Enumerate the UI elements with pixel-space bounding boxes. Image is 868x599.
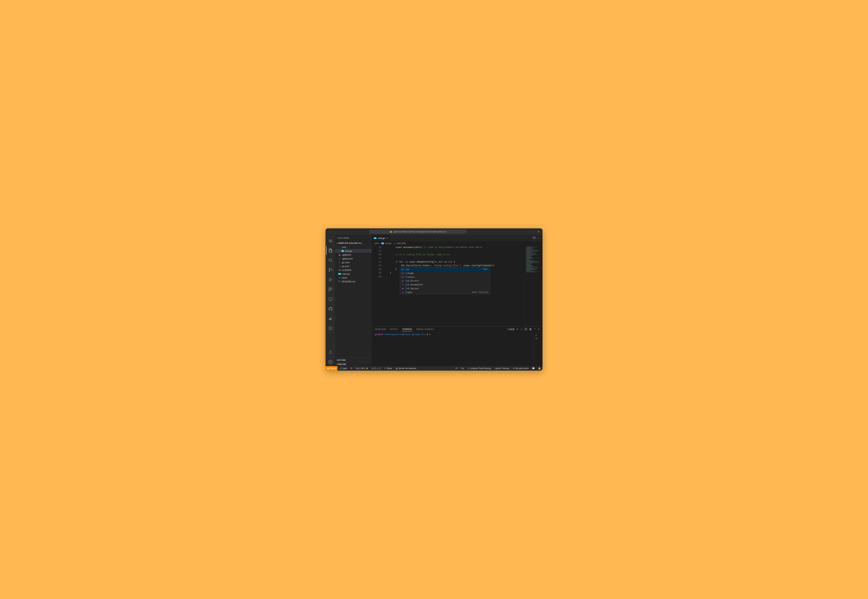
folder-name: TEMPLATE-GOLANG-CLI <box>338 242 362 244</box>
breadcrumb[interactable]: cmd › GO root.go › ⬡ initConfig <box>372 241 542 245</box>
suggest-item[interactable]: ▢fmainmain function <box>400 290 490 294</box>
terminal-user: gitpod <box>375 333 383 336</box>
autocomplete-popup[interactable]: {}fmt"fmt"{}fmtcmd{}fmtsort◈fmt.Errorf⊸f… <box>400 267 490 294</box>
warning-icon: ⚠ <box>467 367 469 370</box>
new-tab-button[interactable]: + <box>536 230 541 234</box>
panel-tab-terminal[interactable]: TERMINAL <box>402 327 413 331</box>
terminal-run-icon[interactable]: ▷ <box>536 334 537 336</box>
github-icon[interactable] <box>326 305 335 313</box>
shell-indicator[interactable]: ⎔ bash <box>507 328 515 331</box>
activity-bar <box>326 235 335 366</box>
debug-icon[interactable] <box>326 275 335 284</box>
nav-forward-icon[interactable]: › <box>330 229 332 234</box>
file-go-sum[interactable]: ≡go.sum <box>335 264 372 268</box>
language-mode[interactable]: Go <box>460 367 466 370</box>
line-ending[interactable]: LF <box>454 367 460 370</box>
terminal-side-icons: ▷ ⎔ <box>533 333 539 365</box>
file--gitignore[interactable]: ◆.gitignore <box>335 253 372 257</box>
account-icon[interactable] <box>326 348 335 357</box>
branch-indicator[interactable]: ⎇ main <box>338 366 349 371</box>
search-icon[interactable] <box>326 256 335 265</box>
gitpod-badge[interactable]: ◆ Gitpod <box>326 366 338 371</box>
file-root-go[interactable]: GOroot.go <box>335 249 372 253</box>
problems-indicator[interactable]: ⊘0 ⚠0 <box>370 366 382 371</box>
terminal-prompt: $ <box>426 333 428 336</box>
menu-icon[interactable] <box>326 237 335 245</box>
terminal-cursor: ▯ <box>429 333 431 336</box>
tab-bar: GO root.go × ⋯ <box>372 235 542 241</box>
minimap[interactable] <box>525 245 542 326</box>
suggest-item[interactable]: ⊸fmt.Formatter <box>400 283 490 286</box>
terminal-shell-icon[interactable]: ⎔ <box>535 337 537 340</box>
outline-section[interactable]: › OUTLINE <box>335 358 372 362</box>
suggest-kind-icon: {} <box>401 275 404 279</box>
folder-cmd[interactable]: ⌄cmd <box>335 245 372 249</box>
gitpod-icon: ◆ <box>327 367 329 370</box>
suggest-kind-icon: ⊸ <box>401 283 404 286</box>
app-window: ‹ › 🔒 gitpod.io/#https://github.com/gitp… <box>326 228 542 371</box>
line-gutter: 787980818283848586 <box>372 245 384 326</box>
file-main-go[interactable]: GOmain.go <box>335 272 372 276</box>
new-terminal-icon[interactable]: + <box>517 328 518 331</box>
kill-terminal-icon[interactable]: 🗑 <box>529 328 532 331</box>
branch-icon: ⎇ <box>339 367 342 370</box>
terminal-dropdown-icon[interactable]: ⌄ <box>520 328 522 331</box>
notifications-icon[interactable]: 🔔 <box>536 367 542 370</box>
more-actions-icon[interactable]: ⋯ <box>537 236 540 240</box>
suggest-item[interactable]: ◈fmt.Fprint <box>400 286 490 290</box>
suggest-item[interactable]: ◈fmt.Errorf <box>400 279 490 283</box>
file-type-icon: ⚖ <box>338 269 341 271</box>
svg-point-3 <box>329 259 332 261</box>
tab-root-go[interactable]: GO root.go × <box>372 235 390 241</box>
go-version[interactable]: Go 1.16.5 ⚡ <box>354 366 370 371</box>
file-type-icon: ≡ <box>338 277 341 279</box>
file-label: root.go <box>345 250 352 252</box>
panel-tab-debug[interactable]: DEBUG CONSOLE <box>416 327 434 331</box>
file-go-mod[interactable]: ≡go.mod <box>335 260 372 264</box>
remote-icon[interactable] <box>326 295 335 303</box>
panel-tab-output[interactable]: OUTPUT <box>390 327 398 331</box>
kubernetes-icon[interactable] <box>326 324 335 333</box>
symbol-icon: ⬡ <box>394 242 396 244</box>
svg-point-15 <box>330 328 331 329</box>
analysis-warning[interactable]: ⚠ Analysis Tools Missing <box>466 367 493 370</box>
close-panel-icon[interactable]: × <box>538 328 539 331</box>
maximize-panel-icon[interactable]: ⌃ <box>534 328 536 331</box>
ports-indicator[interactable]: ⊘ No open ports <box>511 367 530 370</box>
code-editor[interactable]: 787980818283848586 viper.AutomaticEnv() … <box>372 245 542 326</box>
sync-button[interactable]: ⟳ <box>349 366 354 371</box>
suggest-item[interactable]: {}fmtcmd <box>400 271 490 275</box>
suggest-item[interactable]: {}fmtsort <box>400 275 490 279</box>
source-control-icon[interactable] <box>326 266 335 274</box>
layout-indicator[interactable]: Layout: German <box>493 367 511 370</box>
settings-icon[interactable] <box>326 358 335 366</box>
split-editor-icon[interactable] <box>533 236 536 240</box>
file-LICENSE[interactable]: ⚖LICENSE <box>335 268 372 272</box>
share-button[interactable]: ⇪ Share <box>382 366 394 371</box>
close-tab-icon[interactable]: × <box>386 237 388 239</box>
url-bar[interactable]: 🔒 gitpod.io/#https://github.com/gitpod-i… <box>369 230 466 234</box>
folder-header[interactable]: ⌄ TEMPLATE-GOLANG-CLI <box>335 241 372 245</box>
file-label: go.sum <box>342 265 349 268</box>
sidebar-title: EXPLORER <box>338 237 349 239</box>
suggest-kind-icon: {} <box>401 268 404 271</box>
timeline-section[interactable]: › TIMELINE <box>335 362 372 366</box>
terminal[interactable]: gitpod /workspace/template-golang-cli $ … <box>372 332 542 366</box>
docker-icon[interactable] <box>326 315 335 323</box>
explorer-icon[interactable] <box>326 247 335 255</box>
suggest-kind-icon: ▢ <box>401 290 404 294</box>
file-README-md[interactable]: ⓘREADME.md <box>335 280 372 283</box>
sidebar-more-icon[interactable]: ⋯ <box>367 237 369 239</box>
nav-back-icon[interactable]: ‹ <box>327 229 329 234</box>
server-status[interactable]: ▤ Server not selected <box>394 366 418 371</box>
panel-tab-problems[interactable]: PROBLEMS <box>375 327 386 331</box>
feedback-icon[interactable]: 💬 <box>530 367 536 370</box>
go-file-icon: GO <box>374 237 377 239</box>
file--gitpod-yml[interactable]: !.gitpod.yml <box>335 257 372 260</box>
suggest-item[interactable]: {}fmt"fmt" <box>400 267 490 271</box>
file-mycli[interactable]: ≡mycli <box>335 276 372 280</box>
split-terminal-icon[interactable] <box>524 328 527 331</box>
svg-rect-12 <box>329 298 332 300</box>
code-content[interactable]: viper.AutomaticEnv() // read in environm… <box>384 245 525 326</box>
extensions-icon[interactable] <box>326 285 335 293</box>
